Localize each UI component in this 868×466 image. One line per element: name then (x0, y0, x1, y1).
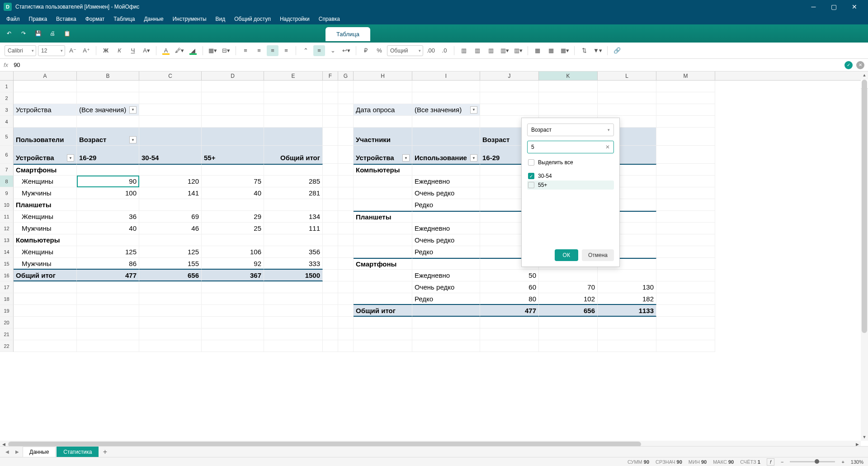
vertical-scrollbar[interactable]: ▲ fx ▼ (861, 71, 868, 441)
maximize-button[interactable]: ▢ (824, 0, 844, 14)
filter-field-combo[interactable]: Возраст (527, 124, 614, 136)
scroll-up-button[interactable]: ▲ (861, 71, 868, 79)
filter-search-box[interactable]: ✕ (527, 141, 614, 153)
cell-size-button[interactable]: ▥ (485, 45, 497, 56)
col-header-J[interactable]: J (480, 71, 539, 80)
freeze-button[interactable]: ▥▾ (499, 45, 510, 56)
checkbox-icon[interactable]: ✓ (528, 173, 534, 179)
more-font-button[interactable]: A▾ (141, 45, 152, 56)
row-header[interactable]: 10 (0, 199, 14, 211)
clear-icon[interactable]: ✕ (605, 144, 610, 150)
percent-button[interactable]: % (373, 45, 385, 56)
row-header[interactable]: 2 (0, 92, 14, 104)
col-header-F[interactable]: F (323, 71, 338, 80)
bold-button[interactable]: Ж (100, 45, 112, 56)
borders-button[interactable]: ▦▾ (207, 45, 218, 56)
scroll-down-button[interactable]: ▼ (861, 433, 868, 441)
row-header[interactable]: 5 (0, 128, 14, 146)
menu-addons[interactable]: Надстройки (275, 14, 314, 24)
row-header[interactable]: 4 (0, 116, 14, 128)
spreadsheet-grid[interactable]: A B C D E F G H I J K L M 1 2 3 Устройст… (0, 71, 861, 441)
pivot1-sub[interactable]: Устройства▼ (14, 146, 77, 164)
row-header[interactable]: 11 (0, 211, 14, 223)
increase-font-button[interactable]: A⁺ (80, 45, 92, 56)
col-header-I[interactable]: I (412, 71, 480, 80)
col-header-B[interactable]: B (77, 71, 139, 80)
pivot2-sub1[interactable]: Устройства▼ (354, 146, 412, 164)
font-family-combo[interactable]: Calibri (5, 45, 36, 56)
align-right-button[interactable]: ≡ (267, 45, 278, 56)
menu-edit[interactable]: Правка (24, 14, 52, 24)
insert-cells-button[interactable]: ▥ (458, 45, 470, 56)
row-header[interactable]: 6 (0, 146, 14, 164)
sort-button[interactable]: ⇅ (578, 45, 590, 56)
align-justify-button[interactable]: ≡ (280, 45, 292, 56)
close-button[interactable]: ✕ (844, 0, 864, 14)
menu-share[interactable]: Общий доступ (230, 14, 275, 24)
pivot2-sub2[interactable]: Использование▼ (412, 146, 480, 164)
filter-item[interactable]: 55+ (527, 181, 614, 190)
zoom-in-button[interactable]: + (841, 459, 844, 465)
menu-help[interactable]: Справка (314, 14, 344, 24)
dropdown-icon[interactable]: ▼ (470, 154, 477, 162)
zoom-out-button[interactable]: − (781, 459, 783, 465)
row-header[interactable]: 19 (0, 305, 14, 317)
col-header-H[interactable]: H (354, 71, 412, 80)
row-header[interactable]: 1 (0, 81, 14, 92)
context-tab-table[interactable]: Таблица (326, 27, 370, 41)
row-header[interactable]: 9 (0, 187, 14, 199)
font-color-button[interactable]: A (160, 45, 172, 56)
select-all-row[interactable]: Выделить все (527, 158, 614, 167)
row-header[interactable]: 3 (0, 104, 14, 116)
scroll-thumb[interactable] (862, 80, 867, 333)
ok-button[interactable]: ОК (555, 249, 578, 261)
valign-bottom-button[interactable]: ⌄ (327, 45, 339, 56)
checkbox-icon[interactable] (528, 159, 534, 166)
row-header[interactable]: 18 (0, 293, 14, 305)
row-header[interactable]: 12 (0, 223, 14, 234)
sheet-tab-stats[interactable]: Статистика (57, 447, 99, 457)
pivot2-filter-value[interactable]: (Все значения)▼ (412, 104, 480, 116)
formula-input[interactable]: 90 (12, 62, 841, 68)
paste-button[interactable]: 📋 (61, 28, 72, 39)
dropdown-icon[interactable]: ▼ (129, 136, 137, 143)
merge-button[interactable]: ⊟▾ (220, 45, 232, 56)
col-header-M[interactable]: M (656, 71, 715, 80)
underline-button[interactable]: Ч (127, 45, 139, 56)
align-left-button[interactable]: ≡ (240, 45, 251, 56)
row-header[interactable]: 16 (0, 270, 14, 281)
col-header-C[interactable]: C (139, 71, 202, 80)
row-header[interactable]: 8 (0, 176, 14, 187)
menu-table[interactable]: Таблица (109, 14, 139, 24)
number-format-combo[interactable]: Общий (387, 45, 423, 56)
row-header[interactable]: 7 (0, 164, 14, 176)
col-header-E[interactable]: E (264, 71, 323, 80)
row-header[interactable]: 14 (0, 246, 14, 258)
row-header[interactable]: 21 (0, 328, 14, 340)
menu-tools[interactable]: Инструменты (168, 14, 211, 24)
fill-color-button[interactable]: ◢ (187, 45, 199, 56)
highlight-color-button[interactable]: 🖉▾ (174, 45, 185, 56)
group-button[interactable]: ▥▾ (512, 45, 524, 56)
save-button[interactable]: 💾 (33, 28, 43, 39)
pivot-button[interactable]: ▦ (545, 45, 557, 56)
font-size-combo[interactable]: 12 (38, 45, 65, 56)
select-all-corner[interactable] (0, 71, 14, 80)
menu-view[interactable]: Вид (211, 14, 230, 24)
dropdown-icon[interactable]: ▼ (402, 154, 410, 162)
undo-button[interactable]: ↶ (4, 28, 14, 39)
row-header[interactable]: 22 (0, 340, 14, 352)
filter-search-input[interactable] (531, 144, 603, 150)
menu-file[interactable]: Файл (2, 14, 24, 24)
decrease-font-button[interactable]: A⁻ (67, 45, 79, 56)
zoom-slider[interactable] (790, 461, 835, 462)
dropdown-icon[interactable]: ▼ (129, 106, 137, 114)
table-button[interactable]: ▦▾ (559, 45, 571, 56)
row-header[interactable]: 17 (0, 281, 14, 293)
filter-button[interactable]: ▼▾ (592, 45, 604, 56)
row-header[interactable]: 20 (0, 317, 14, 328)
add-sheet-button[interactable]: + (99, 448, 110, 456)
dec-decimal-button[interactable]: .00 (425, 45, 437, 56)
wrap-button[interactable]: ↩▾ (340, 45, 352, 56)
col-header-G[interactable]: G (338, 71, 354, 80)
